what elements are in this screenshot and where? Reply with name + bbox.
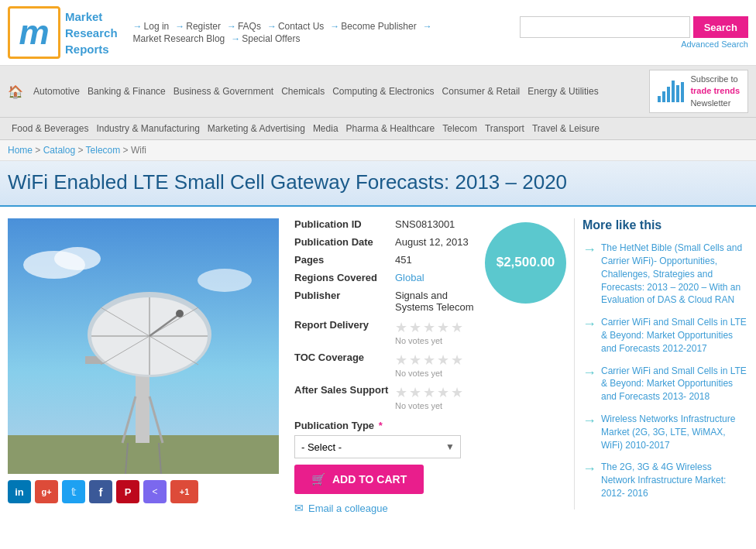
nav-special[interactable]: Special Offers <box>242 33 300 44</box>
breadcrumb-home[interactable]: Home <box>8 145 33 156</box>
sidebar-item-4: → Wireless Networks Infrastructure Marke… <box>582 413 748 451</box>
cat-automotive[interactable]: Automotive <box>29 84 84 98</box>
sidebar-link-3[interactable]: Carrier WiFi and Small Cells in LTE & Be… <box>601 365 748 403</box>
subscribe-box[interactable]: Subscribe to trade trends Newsletter <box>649 70 748 113</box>
cat-computing[interactable]: Computing & Electronics <box>328 84 438 98</box>
toc-star5[interactable]: ★ <box>451 352 463 369</box>
cat-travel[interactable]: Travel & Leisure <box>528 122 603 136</box>
cat-banking[interactable]: Banking & Finance <box>84 84 170 98</box>
satellite-dish-svg <box>8 218 279 474</box>
email-colleague-link[interactable]: ✉ Email a colleague <box>294 502 477 514</box>
bullet-icon-4: → <box>582 413 596 427</box>
as-star4[interactable]: ★ <box>437 384 449 401</box>
product-image <box>8 218 279 474</box>
linkedin-icon[interactable]: in <box>8 480 31 503</box>
search-input[interactable] <box>520 16 690 38</box>
regions-value: Global <box>395 272 424 283</box>
cat-chemicals[interactable]: Chemicals <box>277 84 328 98</box>
page-title-area: WiFi Enabled LTE Small Cell Gateway Fore… <box>0 161 756 207</box>
price-circle: $2,500.00 <box>485 222 566 304</box>
sidebar-title: More like this <box>582 218 748 232</box>
cat-food[interactable]: Food & Beverages <box>8 122 92 136</box>
star5[interactable]: ★ <box>451 319 463 336</box>
logo-letter: m <box>19 15 49 50</box>
share-icon[interactable]: < <box>143 480 167 503</box>
toc-star3[interactable]: ★ <box>423 352 435 369</box>
delivery-votes: No votes yet <box>395 336 463 345</box>
star3[interactable]: ★ <box>423 319 435 336</box>
nav-arrow: → <box>175 21 184 32</box>
googleplus-icon[interactable]: g+ <box>35 480 58 503</box>
as-star1[interactable]: ★ <box>395 384 407 401</box>
publisher-row: Publisher Signals and Systems Telecom <box>294 290 477 313</box>
as-star2[interactable]: ★ <box>409 384 421 401</box>
nav-login[interactable]: Log in <box>144 21 170 32</box>
search-area: Search Advanced Search <box>520 16 748 49</box>
product-image-area: in g+ 𝕥 f P < +1 <box>8 218 287 510</box>
category-nav: 🏠 Automotive Banking & Finance Business … <box>0 66 756 140</box>
cart-icon: 🛒 <box>311 472 326 486</box>
as-star5[interactable]: ★ <box>451 384 463 401</box>
delivery-label: Report Delivery <box>294 319 395 331</box>
nav-faqs[interactable]: FAQs <box>238 21 261 32</box>
after-sales-label: After Sales Support <box>294 384 395 396</box>
cat-media[interactable]: Media <box>309 122 342 136</box>
subscribe-line3: Newsletter <box>690 98 730 108</box>
publication-type-select[interactable]: - Select - <box>294 435 461 458</box>
gplus-vote-icon[interactable]: +1 <box>170 480 198 503</box>
breadcrumb-telecom[interactable]: Telecom <box>86 145 121 156</box>
search-button[interactable]: Search <box>693 16 748 38</box>
toc-star4[interactable]: ★ <box>437 352 449 369</box>
cat-telecom[interactable]: Telecom <box>438 122 481 136</box>
cat-transport[interactable]: Transport <box>481 122 528 136</box>
logo-box: m <box>8 6 60 59</box>
nav-publisher[interactable]: Become Publisher <box>341 21 416 32</box>
toc-star2[interactable]: ★ <box>409 352 421 369</box>
pages-value: 451 <box>395 254 412 266</box>
star4[interactable]: ★ <box>437 319 449 336</box>
cat-consumer[interactable]: Consumer & Retail <box>438 84 524 98</box>
cat-marketing[interactable]: Marketing & Advertising <box>204 122 309 136</box>
nav-contact[interactable]: Contact Us <box>278 21 324 32</box>
pub-date-value: August 12, 2013 <box>395 236 469 248</box>
breadcrumb-sep3: > <box>123 145 131 156</box>
toc-stars: ★ ★ ★ ★ ★ No votes yet <box>395 352 463 378</box>
nav-arrow: → <box>267 21 277 32</box>
pub-type-label: Publication Type <box>294 420 374 431</box>
cat-industry[interactable]: Industry & Manufacturing <box>92 122 203 136</box>
pinterest-icon[interactable]: P <box>116 480 139 503</box>
page-title: WiFi Enabled LTE Small Cell Gateway Fore… <box>8 170 748 194</box>
star1[interactable]: ★ <box>395 319 407 336</box>
svg-point-14 <box>176 310 184 317</box>
nav-blog[interactable]: Market Research Blog <box>133 33 225 44</box>
bullet-icon-3: → <box>582 365 596 379</box>
nav-arrow: → <box>330 21 339 32</box>
twitter-icon[interactable]: 𝕥 <box>62 480 85 503</box>
sidebar-link-2[interactable]: Carrier WiFi and Small Cells in LTE & Be… <box>601 316 748 355</box>
toc-votes: No votes yet <box>395 369 463 378</box>
as-star3[interactable]: ★ <box>423 384 435 401</box>
cat-pharma[interactable]: Pharma & Healthcare <box>342 122 439 136</box>
nav-register[interactable]: Register <box>186 21 221 32</box>
logo-line2: Research <box>65 25 118 41</box>
sidebar-link-1[interactable]: The HetNet Bible (Small Cells and Carrie… <box>601 242 748 307</box>
main-content: in g+ 𝕥 f P < +1 Publication ID SNS08130… <box>0 207 756 526</box>
facebook-icon[interactable]: f <box>89 480 112 503</box>
cat-energy[interactable]: Energy & Utilities <box>524 84 602 98</box>
publisher-label: Publisher <box>294 290 395 313</box>
sidebar-link-4[interactable]: Wireless Networks Infrastructure Market … <box>601 413 748 451</box>
cat-business[interactable]: Business & Government <box>170 84 277 98</box>
sidebar-link-5[interactable]: The 2G, 3G & 4G Wireless Network Infrast… <box>601 461 748 499</box>
add-to-cart-button[interactable]: 🛒 ADD TO CART <box>294 465 424 494</box>
regions-label: Regions Covered <box>294 272 395 283</box>
subscribe-line2: trade trends <box>690 86 740 95</box>
breadcrumb-sep1: > <box>35 145 43 156</box>
advanced-search-link[interactable]: Advanced Search <box>681 39 748 49</box>
subscribe-chart-icon <box>658 81 684 102</box>
price-value: $2,500.00 <box>497 255 555 270</box>
logo[interactable]: m Market Research Reports <box>8 6 118 59</box>
breadcrumb-catalog[interactable]: Catalog <box>43 145 75 156</box>
home-icon[interactable]: 🏠 <box>8 84 23 99</box>
toc-star1[interactable]: ★ <box>395 352 407 369</box>
star2[interactable]: ★ <box>409 319 421 336</box>
